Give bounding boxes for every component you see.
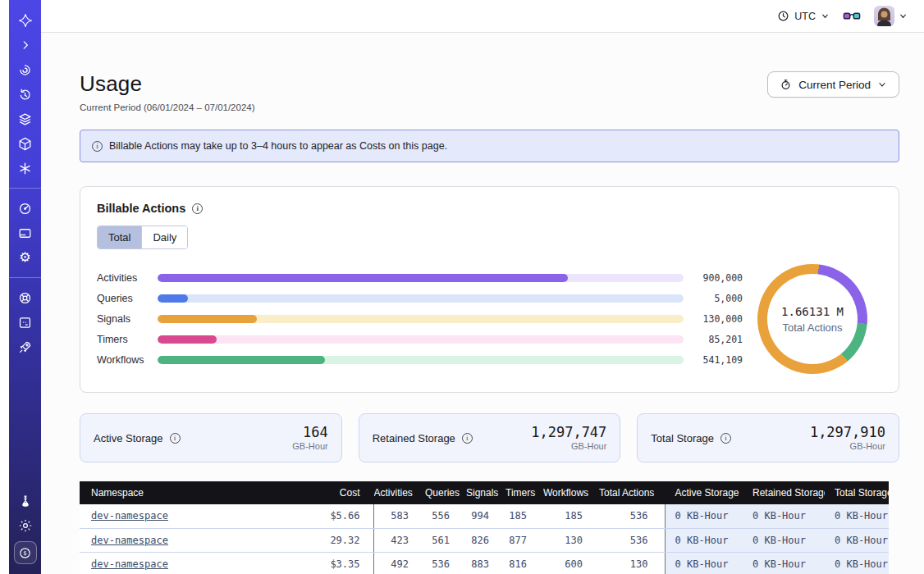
sidebar-item-usage[interactable] bbox=[16, 199, 35, 217]
retained-storage-label: Retained Storage bbox=[373, 432, 455, 444]
active-storage-unit: GB-Hour bbox=[292, 441, 327, 451]
column-header: Namespace bbox=[80, 481, 301, 504]
column-header: Activities bbox=[373, 481, 425, 504]
labs-flask-icon bbox=[18, 494, 33, 508]
donut-total-label: Total Actions bbox=[783, 321, 843, 334]
svg-text:$: $ bbox=[23, 549, 26, 557]
tab-total[interactable]: Total bbox=[98, 226, 141, 248]
main-area: UTC Usage Current Period (06/01/2024 – 0… bbox=[41, 0, 924, 574]
namespace-link[interactable]: dev-namespace bbox=[91, 510, 168, 522]
page-subtitle: Current Period (06/01/2024 – 07/01/2024) bbox=[80, 102, 255, 112]
total-storage-unit: GB-Hour bbox=[810, 441, 885, 451]
sidebar-item-home[interactable] bbox=[16, 11, 35, 30]
sidebar: ⚙ $ bbox=[9, 0, 41, 574]
timezone-selector[interactable]: UTC bbox=[777, 10, 830, 22]
info-icon[interactable]: i bbox=[462, 433, 473, 444]
sidebar-item-docs[interactable] bbox=[16, 313, 35, 331]
billable-view-tabs: Total Daily bbox=[97, 226, 188, 249]
bar-row-activities: Activities900,000 bbox=[97, 268, 743, 289]
info-icon: i bbox=[92, 141, 103, 152]
deployments-cube-icon bbox=[17, 136, 33, 152]
column-header: Signals bbox=[466, 481, 505, 504]
namespace-link[interactable]: dev-namespace bbox=[91, 558, 168, 570]
bar-row-timers: Timers85,201 bbox=[97, 330, 743, 350]
left-gutter bbox=[0, 0, 9, 574]
active-storage-value: 164 bbox=[292, 425, 327, 440]
billing-card-icon bbox=[17, 226, 33, 241]
usage-gauge-icon bbox=[17, 201, 33, 216]
namespaces-layers-icon bbox=[17, 112, 33, 127]
tab-daily[interactable]: Daily bbox=[141, 226, 187, 248]
namespace-link[interactable]: dev-namespace bbox=[91, 535, 168, 546]
column-header: Queries bbox=[425, 481, 466, 504]
page-header: Usage Current Period (06/01/2024 – 07/01… bbox=[80, 71, 899, 112]
chevron-right-icon bbox=[20, 39, 31, 51]
info-icon[interactable]: i bbox=[720, 433, 731, 444]
period-selector-button[interactable]: Current Period bbox=[767, 71, 899, 98]
timezone-label: UTC bbox=[794, 11, 816, 22]
sidebar-item-labs[interactable] bbox=[16, 492, 35, 510]
column-header: Workflows bbox=[543, 481, 599, 504]
content: Usage Current Period (06/01/2024 – 07/01… bbox=[41, 33, 924, 574]
dollar-coin-icon: $ bbox=[18, 546, 32, 560]
table-header: NamespaceCostActivitiesQueriesSignalsTim… bbox=[80, 481, 889, 504]
temporal-logo-icon bbox=[17, 12, 34, 29]
nexus-asterisk-icon bbox=[17, 161, 33, 176]
docs-terminal-icon bbox=[17, 315, 33, 330]
sidebar-item-support[interactable] bbox=[16, 289, 35, 307]
column-header: Total Storage bbox=[825, 481, 889, 504]
bar-row-queries: Queries5,000 bbox=[97, 289, 743, 309]
feedback-button[interactable] bbox=[843, 10, 861, 23]
sun-icon bbox=[18, 518, 33, 533]
sidebar-divider bbox=[9, 188, 41, 189]
billable-actions-title: Billable Actions bbox=[97, 202, 185, 215]
info-banner-text: Billable Actions may take up to 3–4 hour… bbox=[109, 140, 447, 152]
sidebar-item-workflows[interactable] bbox=[16, 61, 35, 79]
total-storage-value: 1,297,910 bbox=[810, 425, 885, 440]
retained-storage-unit: GB-Hour bbox=[531, 441, 606, 451]
info-icon[interactable]: i bbox=[192, 203, 203, 214]
table-row: dev-namespace$3.354925368838166001300 KB… bbox=[80, 552, 889, 574]
sidebar-item-pricing[interactable]: $ bbox=[14, 541, 37, 564]
info-icon[interactable]: i bbox=[170, 433, 181, 444]
usage-table-body: dev-namespace$5.665835569941851855360 KB… bbox=[80, 504, 889, 574]
donut-total-value: 1.66131 M bbox=[781, 305, 844, 318]
table-row: dev-namespace29.324235618268771305360 KB… bbox=[80, 528, 889, 552]
bar-row-workflows: Workflows541,109 bbox=[97, 350, 743, 371]
settings-gear-icon: ⚙ bbox=[19, 251, 30, 264]
workflows-icon bbox=[17, 62, 33, 78]
sidebar-collapse-toggle[interactable] bbox=[16, 36, 35, 54]
stopwatch-icon bbox=[780, 78, 792, 91]
donut-chart-wrap: 1.66131 M Total Actions bbox=[743, 264, 882, 374]
chevron-down-icon bbox=[877, 80, 887, 89]
user-menu[interactable] bbox=[874, 6, 908, 26]
column-header: Timers bbox=[505, 481, 543, 504]
sidebar-item-deployments[interactable] bbox=[16, 134, 35, 153]
app-window: ⚙ $ UTC bbox=[0, 0, 924, 574]
billable-actions-card: Billable Actions i Total Daily Activitie… bbox=[80, 186, 899, 393]
retained-storage-value: 1,297,747 bbox=[531, 425, 606, 440]
sidebar-item-settings[interactable]: ⚙ bbox=[16, 248, 35, 266]
billable-actions-chart: Activities900,000 Queries5,000 Signals13… bbox=[97, 264, 882, 374]
bar-chart: Activities900,000 Queries5,000 Signals13… bbox=[97, 268, 743, 371]
active-storage-label: Active Storage bbox=[94, 432, 163, 444]
page-title: Usage bbox=[80, 71, 255, 97]
glasses-icon bbox=[843, 10, 861, 23]
theme-toggle[interactable] bbox=[16, 517, 35, 535]
namespace-usage-table: NamespaceCostActivitiesQueriesSignalsTim… bbox=[80, 481, 889, 574]
avatar bbox=[874, 6, 894, 26]
column-header: Active Storage bbox=[665, 481, 743, 504]
sidebar-item-getting-started[interactable] bbox=[16, 338, 35, 356]
period-selector-label: Current Period bbox=[798, 79, 871, 91]
schedules-icon bbox=[17, 87, 33, 102]
sidebar-item-namespaces[interactable] bbox=[16, 110, 35, 128]
sidebar-divider bbox=[9, 277, 41, 278]
info-banner: i Billable Actions may take up to 3–4 ho… bbox=[80, 130, 899, 162]
column-header: Cost bbox=[301, 481, 373, 504]
namespace-usage-table-wrap: NamespaceCostActivitiesQueriesSignalsTim… bbox=[80, 481, 889, 574]
sidebar-item-nexus[interactable] bbox=[16, 159, 35, 177]
sidebar-item-billing[interactable] bbox=[16, 224, 35, 242]
rocket-icon bbox=[17, 339, 33, 355]
sidebar-item-schedules[interactable] bbox=[16, 85, 35, 103]
total-storage-label: Total Storage bbox=[651, 432, 714, 444]
